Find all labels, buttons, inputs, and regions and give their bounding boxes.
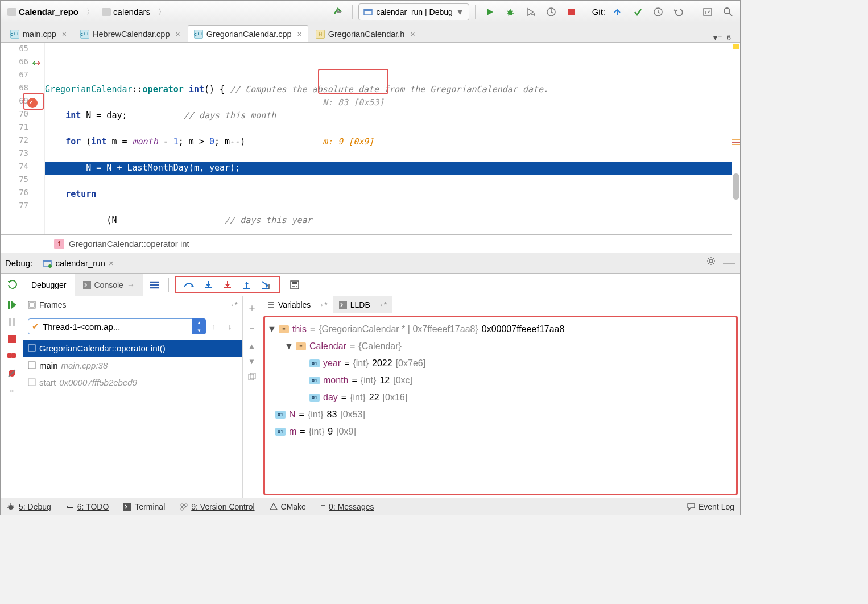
tab-hebrew-calendar[interactable]: c++HebrewCalendar.cpp× xyxy=(74,25,187,42)
var-row-day[interactable]: 01 day = {int} 22 [0x16] xyxy=(267,389,734,406)
frame-row[interactable]: main main.cpp:38 xyxy=(23,357,242,374)
status-messages[interactable]: ≡0: Messages xyxy=(321,502,374,511)
svg-point-37 xyxy=(185,504,187,506)
debug-button[interactable] xyxy=(502,3,519,20)
thread-stepper[interactable]: ▲▼ xyxy=(192,318,206,334)
run-config-selector[interactable]: calendar_run | Debug ▼ xyxy=(358,3,469,20)
step-out-button[interactable] xyxy=(237,277,257,293)
remove-watch-button[interactable]: － xyxy=(247,321,257,335)
tab-console[interactable]: Console→ xyxy=(75,274,143,296)
view-breakpoints-button[interactable] xyxy=(7,351,17,360)
tab-main-cpp[interactable]: c++main.cpp× xyxy=(4,25,73,42)
stop-button[interactable] xyxy=(8,335,16,343)
code-editor[interactable]: 65 66 67 68 69 70 71 72 73 74 75 76 77 G… xyxy=(1,43,740,235)
svg-rect-19 xyxy=(9,318,11,326)
git-commit-button[interactable] xyxy=(629,3,646,20)
close-icon[interactable]: × xyxy=(109,258,114,268)
frame-row[interactable]: start 0x00007fff5b2ebed9 xyxy=(23,374,242,391)
frame-label: start xyxy=(39,378,56,387)
git-update-button[interactable] xyxy=(609,3,626,20)
stop-button[interactable] xyxy=(563,3,580,20)
git-revert-button[interactable] xyxy=(670,3,687,20)
mute-breakpoints-button[interactable] xyxy=(7,368,17,378)
frame-down-button[interactable]: ↓ xyxy=(222,322,238,331)
breadcrumb-folder[interactable]: calendars xyxy=(98,6,154,18)
object-icon: ≡ xyxy=(296,342,306,350)
expand-icon[interactable]: ▼ xyxy=(284,341,292,351)
inspection-marker-icon[interactable] xyxy=(733,44,739,49)
thread-selector[interactable]: ✔ Thread-1-<com.ap... ▲▼ ↑ ↓ xyxy=(28,318,238,335)
more-icon[interactable]: » xyxy=(10,386,14,395)
editor-marker-bar[interactable] xyxy=(732,43,740,235)
line-number: 70 xyxy=(1,109,44,122)
step-buttons-highlight-box xyxy=(175,276,280,293)
force-step-into-button[interactable] xyxy=(218,277,237,293)
svg-point-16 xyxy=(294,286,295,287)
var-row-n[interactable]: 01 N = {int} 83 [0x53] xyxy=(267,406,734,423)
var-row-year[interactable]: 01 year = {int} 2022 [0x7e6] xyxy=(267,355,734,372)
var-hex: [0xc] xyxy=(393,375,412,386)
scrollbar-thumb[interactable] xyxy=(733,173,739,200)
code-area[interactable]: GregorianCalendar::operator int() { // C… xyxy=(45,43,740,234)
svg-rect-20 xyxy=(13,318,15,326)
move-up-button[interactable]: ▲ xyxy=(248,342,255,350)
tab-gregorian-calendar-h[interactable]: HGregorianCalendar.h× xyxy=(309,25,421,42)
debugger-side-toolbar: » xyxy=(1,296,23,498)
move-down-button[interactable]: ▼ xyxy=(248,357,255,366)
var-name: N xyxy=(289,409,296,420)
close-icon[interactable]: × xyxy=(175,30,180,39)
line-number: 73 xyxy=(1,148,44,162)
profile-button[interactable] xyxy=(543,3,560,20)
gear-icon[interactable] xyxy=(706,256,716,271)
var-row-calendar[interactable]: ▼≡ Calendar = {Calendar} xyxy=(267,338,734,355)
frame-up-button[interactable]: ↑ xyxy=(206,322,222,331)
expand-icon[interactable]: ▼ xyxy=(267,324,275,334)
tab-debugger[interactable]: Debugger xyxy=(23,274,75,296)
int-icon: 01 xyxy=(275,428,286,436)
step-over-button[interactable] xyxy=(179,277,199,293)
ide-settings-button[interactable] xyxy=(699,3,716,20)
tab-list-icon[interactable]: ▾≡ xyxy=(713,33,722,42)
minimize-icon[interactable]: — xyxy=(723,256,735,271)
pause-button[interactable] xyxy=(7,318,16,327)
add-watch-button[interactable]: ＋ xyxy=(247,301,257,315)
var-row-this[interactable]: ▼≡ this = {GregorianCalendar * | 0x7ffee… xyxy=(267,321,734,338)
close-icon[interactable]: × xyxy=(297,30,302,39)
status-event-log[interactable]: Event Log xyxy=(687,502,734,511)
var-row-m[interactable]: 01 m = {int} 9 [0x9] xyxy=(267,423,734,440)
rerun-button[interactable] xyxy=(3,276,20,293)
var-type: {int} xyxy=(361,375,377,386)
pin-icon[interactable]: →* xyxy=(227,300,238,309)
int-icon: 01 xyxy=(309,394,320,402)
close-icon[interactable]: × xyxy=(410,30,415,39)
status-debug[interactable]: 5: Debug xyxy=(6,502,51,511)
run-button[interactable] xyxy=(481,3,498,20)
close-icon[interactable]: × xyxy=(62,30,67,39)
debug-config-tab[interactable]: calendar_run × xyxy=(38,256,118,270)
status-cmake[interactable]: CMake xyxy=(270,502,306,511)
status-todo[interactable]: ≔6: TODO xyxy=(66,502,109,511)
tab-gregorian-calendar-cpp[interactable]: c++GregorianCalendar.cpp× xyxy=(188,25,308,42)
editor-gutter[interactable]: 65 66 67 68 69 70 71 72 73 74 75 76 77 xyxy=(1,43,45,234)
line-number: 77 xyxy=(1,201,44,214)
run-to-cursor-button[interactable] xyxy=(257,277,276,293)
variables-header[interactable]: Variables→* xyxy=(261,296,333,313)
frame-location: main.cpp:38 xyxy=(61,361,108,370)
resume-button[interactable] xyxy=(7,300,17,310)
folder-icon xyxy=(102,8,111,16)
evaluate-expression-icon[interactable] xyxy=(290,280,300,290)
build-button[interactable] xyxy=(329,3,346,20)
git-history-button[interactable] xyxy=(650,3,667,20)
threads-icon[interactable] xyxy=(149,280,160,289)
frame-row[interactable]: GregorianCalendar::operator int() xyxy=(23,340,242,357)
search-button[interactable] xyxy=(720,3,737,20)
var-row-month[interactable]: 01 month = {int} 12 [0xc] xyxy=(267,372,734,389)
coverage-button[interactable] xyxy=(522,3,539,20)
lldb-tab[interactable]: LLDB→* xyxy=(333,296,392,313)
status-terminal[interactable]: Terminal xyxy=(123,502,165,511)
thread-label: Thread-1-<com.ap... xyxy=(43,322,120,332)
breadcrumb-project[interactable]: Calendar_repo xyxy=(4,6,82,18)
duplicate-watch-button[interactable] xyxy=(248,373,256,380)
status-vcs[interactable]: 9: Version Control xyxy=(180,502,254,511)
step-into-button[interactable] xyxy=(199,277,218,293)
